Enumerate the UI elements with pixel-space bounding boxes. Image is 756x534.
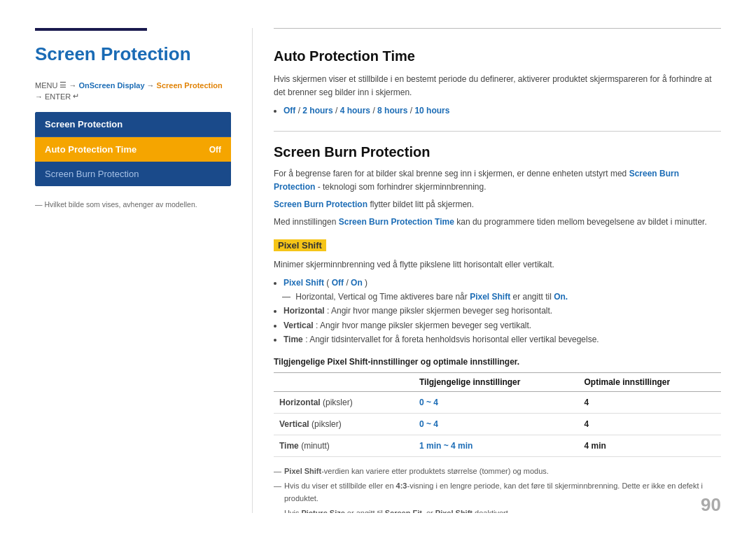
table-row: Time (minutt) 1 min ~ 4 min 4 min bbox=[274, 435, 721, 456]
table-header-available: Tilgjengelige innstillinger bbox=[414, 372, 578, 391]
left-footnote: ― Hvilket bilde som vises, avhenger av m… bbox=[35, 200, 231, 209]
table-cell-vertical-optimal: 4 bbox=[578, 413, 721, 435]
option-4h: 4 hours bbox=[340, 106, 370, 115]
arrow-2: → bbox=[147, 81, 155, 90]
option-8h: 8 hours bbox=[377, 106, 407, 115]
option-10h: 10 hours bbox=[414, 106, 449, 115]
table-cell-time-label: Time (minutt) bbox=[274, 435, 414, 456]
pixel-shift-bullets: Pixel Shift ( Off / On ) ― Horizontal, V… bbox=[284, 276, 721, 347]
pixel-shift-table: Tilgjengelige innstillinger Optimale inn… bbox=[274, 372, 721, 457]
menu-item-screen-burn[interactable]: Screen Burn Protection bbox=[35, 162, 231, 186]
screen-burn-link2: Screen Burn Protection bbox=[274, 199, 368, 209]
screen-burn-time-link: Screen Burn Protection Time bbox=[339, 217, 454, 227]
auto-protection-section: Auto Protection Time Hvis skjermen viser… bbox=[274, 48, 721, 118]
left-panel: Screen Protection MENU ☰ → OnScreen Disp… bbox=[35, 28, 252, 513]
bullet-horizontal: Horizontal : Angir hvor mange piksler sk… bbox=[284, 304, 721, 318]
table-header-name bbox=[274, 372, 414, 391]
footnotes-section: ― Pixel Shift-verdien kan variere etter … bbox=[274, 465, 721, 513]
screen-protection-link[interactable]: Screen Protection bbox=[157, 81, 223, 90]
top-bar-right bbox=[274, 28, 721, 29]
screen-burn-desc1: For å begrense faren for at bilder skal … bbox=[274, 167, 721, 194]
arrow-3: → bbox=[35, 92, 43, 101]
option-off: Off bbox=[284, 106, 295, 115]
menu-box-header: Screen Protection bbox=[35, 112, 231, 137]
table-caption: Tilgjengelige Pixel Shift-innstillinger … bbox=[274, 357, 721, 367]
right-panel: Auto Protection Time Hvis skjermen viser… bbox=[252, 28, 721, 513]
pixel-shift-section: Pixel Shift Minimer skjerminnbrenning ve… bbox=[274, 239, 721, 513]
menu-item-label: Auto Protection Time bbox=[45, 144, 136, 155]
table-cell-vertical-available: 0 ~ 4 bbox=[414, 413, 578, 435]
table-cell-horizontal-label: Horizontal (piksler) bbox=[274, 391, 414, 413]
option-2h: 2 hours bbox=[302, 106, 332, 115]
enter-label: ENTER bbox=[45, 92, 71, 101]
bullet-pixel-shift-onoff: Pixel Shift ( Off / On ) bbox=[284, 276, 721, 290]
footnote-3: ― Hvis Picture Size er angitt til Screen… bbox=[274, 507, 721, 513]
screen-burn-title: Screen Burn Protection bbox=[274, 144, 721, 160]
table-cell-vertical-label: Vertical (piksler) bbox=[274, 413, 414, 435]
menu-item-label-2: Screen Burn Protection bbox=[45, 169, 139, 179]
top-bar-left bbox=[35, 28, 147, 31]
table-cell-time-optimal: 4 min bbox=[578, 435, 721, 456]
bullet-vertical: Vertical : Angir hvor mange piksler skje… bbox=[284, 318, 721, 332]
footnote-1: ― Pixel Shift-verdien kan variere etter … bbox=[274, 465, 721, 478]
pixel-shift-desc: Minimer skjerminnbrenning ved å flytte p… bbox=[274, 258, 721, 272]
auto-protection-title: Auto Protection Time bbox=[274, 48, 721, 64]
table-header-optimal: Optimale innstillinger bbox=[578, 372, 721, 391]
pixel-shift-table-section: Tilgjengelige Pixel Shift-innstillinger … bbox=[274, 357, 721, 457]
onscreen-display-link[interactable]: OnScreen Display bbox=[78, 81, 144, 90]
table-row: Horizontal (piksler) 0 ~ 4 4 bbox=[274, 391, 721, 413]
menu-item-auto-protection[interactable]: Auto Protection Time Off bbox=[35, 137, 231, 162]
page-title: Screen Protection bbox=[35, 43, 231, 65]
menu-icon: ☰ bbox=[59, 80, 66, 90]
menu-path: MENU ☰ → OnScreen Display → Screen Prote… bbox=[35, 80, 231, 101]
screen-burn-desc3: Med innstillingen Screen Burn Protection… bbox=[274, 216, 721, 229]
bullet-time: Time : Angir tidsintervallet for å foret… bbox=[284, 332, 721, 346]
auto-protection-desc: Hvis skjermen viser et stillbilde i en b… bbox=[274, 73, 721, 99]
table-cell-time-available: 1 min ~ 4 min bbox=[414, 435, 578, 456]
table-row: Vertical (piksler) 0 ~ 4 4 bbox=[274, 413, 721, 435]
enter-icon: ↵ bbox=[73, 92, 79, 101]
footnote-2: ― Hvis du viser et stillbilde eller en 4… bbox=[274, 480, 721, 505]
screen-burn-section: Screen Burn Protection For å begrense fa… bbox=[274, 144, 721, 513]
table-cell-horizontal-available: 0 ~ 4 bbox=[414, 391, 578, 413]
menu-label: MENU bbox=[35, 81, 57, 90]
menu-item-value: Off bbox=[209, 145, 221, 155]
pixel-shift-badge: Pixel Shift bbox=[274, 239, 326, 251]
auto-protection-options: Off / 2 hours / 4 hours / 8 hours / 10 h… bbox=[284, 104, 721, 118]
arrow-1: → bbox=[69, 81, 76, 90]
divider-1 bbox=[274, 131, 721, 132]
table-cell-horizontal-optimal: 4 bbox=[578, 391, 721, 413]
screen-burn-desc2: Screen Burn Protection flytter bildet li… bbox=[274, 198, 721, 211]
bullet-horizontal-vertical-time: ― Horizontal, Vertical og Time aktiveres… bbox=[282, 290, 721, 304]
menu-box: Screen Protection Auto Protection Time O… bbox=[35, 112, 231, 186]
page-number: 90 bbox=[701, 494, 721, 516]
